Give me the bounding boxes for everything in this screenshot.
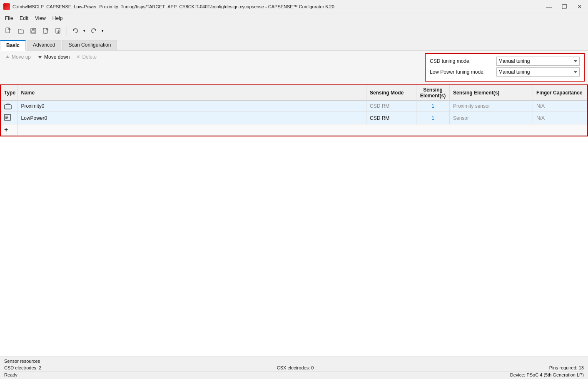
tab-basic[interactable]: Basic <box>0 40 26 51</box>
status-bar: Sensor resources CSD electrodes: 2 CSX e… <box>0 357 588 379</box>
action-bar: Move up Move down ✕ Delete <box>3 53 98 61</box>
header-sensing-elements: Sensing Element(s) <box>416 85 450 101</box>
row1-sensing-element-label: Proximity sensor <box>450 101 533 112</box>
title-bar: C:/mtw/MSCLP_CAPSENSE_Low-Power_Proximit… <box>0 0 588 13</box>
toolbar: ▾ ▾ <box>0 23 588 38</box>
move-up-button[interactable]: Move up <box>3 53 32 61</box>
menu-help[interactable]: Help <box>49 15 66 22</box>
row2-sensing-elements: 1 <box>416 112 450 124</box>
widgets-table: Type Name Sensing Mode Sensing Element(s… <box>1 85 587 136</box>
ready-label: Ready <box>4 372 17 377</box>
csd-tuning-row: CSD tuning mode: Manual tuning SmartSens… <box>430 57 580 66</box>
proximity-icon <box>4 103 12 109</box>
tabs-bar: Basic Advanced Scan Configuration <box>0 38 588 51</box>
app-icon <box>3 3 10 10</box>
tuning-panel: CSD tuning mode: Manual tuning SmartSens… <box>425 53 585 82</box>
row1-name: Proximity0 <box>17 101 366 112</box>
redo-dropdown-button[interactable]: ▾ <box>100 25 105 37</box>
tab-scan-configuration[interactable]: Scan Configuration <box>62 40 117 50</box>
row1-sensing-mode: CSD RM <box>366 101 416 112</box>
delete-button[interactable]: ✕ Delete <box>75 53 98 61</box>
row1-type <box>1 101 17 112</box>
header-name: Name <box>17 85 366 101</box>
menu-view[interactable]: View <box>32 15 49 22</box>
svg-rect-3 <box>32 31 35 33</box>
menu-bar: File Edit View Help <box>0 13 588 23</box>
title-bar-left: C:/mtw/MSCLP_CAPSENSE_Low-Power_Proximit… <box>3 3 334 10</box>
pins-required: Pins required: 13 <box>549 365 584 370</box>
status-resources-detail: CSD electrodes: 2 CSX electrodes: 0 Pins… <box>4 364 584 371</box>
csd-electrodes: CSD electrodes: 2 <box>4 365 41 370</box>
row2-name: LowPower0 <box>17 112 366 124</box>
svg-rect-2 <box>32 28 35 30</box>
svg-rect-6 <box>5 105 11 109</box>
svg-rect-0 <box>6 28 10 33</box>
device-info: Device: PSoC 4 (5th Generation LP) <box>510 372 584 377</box>
row1-finger-capacitance: N/A <box>533 101 587 112</box>
status-resources: Sensor resources <box>4 358 584 364</box>
content-area: Move up Move down ✕ Delete CSD tuning mo… <box>0 51 588 357</box>
main-content: Move up Move down ✕ Delete CSD tuning mo… <box>0 51 588 357</box>
table-wrapper: Type Name Sensing Mode Sensing Element(s… <box>0 84 588 136</box>
table-row[interactable]: Proximity0 CSD RM 1 Proximity sensor <box>1 101 587 112</box>
undo-button[interactable] <box>70 25 81 37</box>
window-title: C:/mtw/MSCLP_CAPSENSE_Low-Power_Proximit… <box>12 4 334 9</box>
status-ready-bar: Ready Device: PSoC 4 (5th Generation LP) <box>4 371 584 378</box>
add-widget-row[interactable]: + <box>1 124 587 136</box>
csd-tuning-select[interactable]: Manual tuning SmartSense (Full Auto-Tune… <box>496 57 580 66</box>
lowpower-tuning-select[interactable]: Manual tuning SmartSense (Full Auto-Tune… <box>496 67 580 77</box>
header-finger-capacitance: Finger Capacitance <box>533 85 587 101</box>
add-button-cell[interactable]: + <box>1 124 17 136</box>
save-button[interactable] <box>27 25 39 37</box>
export2-button[interactable] <box>52 25 64 37</box>
maximize-button[interactable]: ❐ <box>559 2 570 11</box>
row2-type <box>1 112 17 124</box>
table-row[interactable]: LowPower0 CSD RM 1 Sensor <box>1 112 587 124</box>
close-button[interactable]: ✕ <box>575 2 585 11</box>
redo-group: ▾ <box>88 25 105 37</box>
row2-sensing-element-label: Sensor <box>450 112 533 124</box>
undo-group: ▾ <box>70 25 87 37</box>
undo-dropdown-button[interactable]: ▾ <box>81 25 87 37</box>
toolbar-separator-1 <box>67 26 67 35</box>
menu-file[interactable]: File <box>2 15 16 22</box>
row1-sensing-elements: 1 <box>416 101 450 112</box>
header-sensing-mode: Sensing Mode <box>366 85 416 101</box>
minimize-button[interactable]: — <box>543 2 554 11</box>
csd-tuning-label: CSD tuning mode: <box>430 58 496 64</box>
new-button[interactable] <box>2 25 14 37</box>
header-type: Type <box>1 85 17 101</box>
row2-sensing-mode: CSD RM <box>366 112 416 124</box>
resources-label: Sensor resources <box>4 359 40 364</box>
redo-button[interactable] <box>88 25 100 37</box>
move-down-button[interactable]: Move down <box>36 53 71 61</box>
menu-edit[interactable]: Edit <box>16 15 32 22</box>
tab-advanced[interactable]: Advanced <box>27 40 61 50</box>
open-button[interactable] <box>15 25 27 37</box>
lowpower-tuning-label: Low Power tuning mode: <box>430 69 496 75</box>
row2-finger-capacitance: N/A <box>533 112 587 124</box>
export1-button[interactable] <box>40 25 52 37</box>
lowpower-tuning-row: Low Power tuning mode: Manual tuning Sma… <box>430 67 580 77</box>
csx-electrodes: CSX electrodes: 0 <box>277 365 314 370</box>
title-bar-controls: — ❐ ✕ <box>543 2 585 11</box>
header-sensing-element-label: Sensing Element(s) <box>450 85 533 101</box>
table-container: Type Name Sensing Mode Sensing Element(s… <box>0 84 588 357</box>
lowpower-icon <box>4 114 11 122</box>
table-header-row: Type Name Sensing Mode Sensing Element(s… <box>1 85 587 101</box>
